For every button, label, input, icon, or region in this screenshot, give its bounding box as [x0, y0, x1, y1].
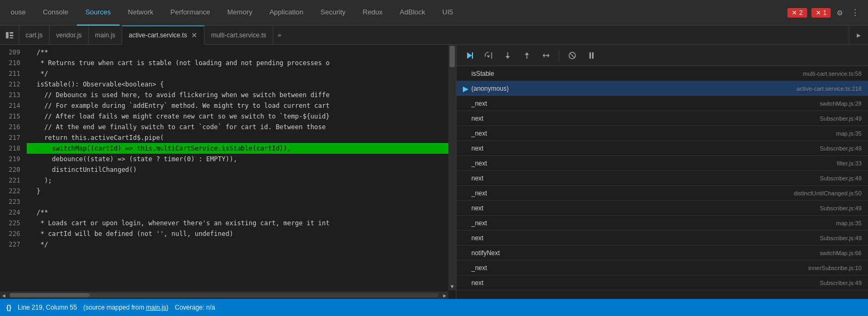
call-stack-function-name: next — [471, 279, 820, 287]
file-tab-vendor-js[interactable]: vendor.js — [50, 26, 89, 45]
call-stack-item[interactable]: nextSubscriber.js:49 — [456, 171, 868, 186]
h-scroll-track[interactable] — [10, 293, 439, 297]
line-content: isStable(): Observable<boolean> { — [27, 79, 456, 90]
nav-tab-ouse[interactable]: ouse — [2, 0, 34, 26]
line-number: 215 — [0, 111, 27, 122]
line-number: 218 — [0, 143, 27, 154]
call-stack-item[interactable]: notifyNextswitchMap.js:66 — [456, 246, 868, 260]
call-stack-item[interactable]: nextSubscriber.js:49 — [456, 111, 868, 126]
code-lines: 209 /**210 * Returns true when cart is s… — [0, 45, 456, 252]
line-number: 227 — [0, 239, 27, 250]
call-stack-item[interactable]: nextSubscriber.js:49 — [456, 231, 868, 246]
line-number: 225 — [0, 218, 27, 228]
scroll-thumb[interactable] — [449, 46, 455, 67]
call-stack-location: switchMap.js:66 — [820, 250, 862, 256]
code-line: 216 // At the end we finally switch to c… — [0, 122, 456, 132]
line-number: 209 — [0, 47, 27, 58]
call-stack-location: Subscriber.js:49 — [820, 280, 862, 286]
warning-badge[interactable]: ✕ 1 — [811, 8, 831, 18]
svg-line-16 — [570, 53, 574, 58]
svg-marker-4 — [467, 52, 472, 59]
nav-tab-application[interactable]: Application — [261, 0, 312, 26]
line-content: // After load fails we might create new … — [27, 111, 456, 122]
nav-tab-memory[interactable]: Memory — [219, 0, 261, 26]
code-line: 215 // After load fails we might create … — [0, 111, 456, 122]
call-stack-function-name: _next — [471, 264, 808, 272]
call-stack-item[interactable]: _nextswitchMap.js:28 — [456, 96, 868, 111]
scroll-down-arrow-icon[interactable]: ▼ — [448, 282, 456, 290]
pause-on-exceptions-button[interactable] — [583, 47, 600, 64]
call-stack-panel[interactable]: isStablemulti-cart.service.ts:58▶(anonym… — [456, 66, 868, 299]
line-content: * cartId will be defined (not '', null, … — [27, 228, 456, 239]
line-number: 219 — [0, 154, 27, 164]
run-snippet-button[interactable]: ▶ — [849, 26, 868, 45]
file-tab-active-cart-service[interactable]: active-cart.service.ts ✕ — [122, 26, 204, 45]
nav-tab-network[interactable]: Network — [120, 0, 162, 26]
nav-tab-performance[interactable]: Performance — [162, 0, 218, 26]
call-stack-item[interactable]: _nextmap.js:35 — [456, 126, 868, 141]
call-stack-location: Subscriber.js:49 — [820, 115, 862, 122]
line-number: 224 — [0, 207, 27, 218]
call-stack-location: Subscriber.js:49 — [820, 175, 862, 181]
scroll-right-arrow-icon[interactable]: ▶ — [441, 293, 448, 298]
source-map-link[interactable]: main.js — [146, 304, 166, 311]
call-stack-function-name: next — [471, 115, 820, 122]
line-content: */ — [27, 239, 456, 250]
call-stack-item[interactable]: isStablemulti-cart.service.ts:58 — [456, 66, 868, 81]
line-number: 217 — [0, 132, 27, 143]
vertical-scrollbar[interactable]: ▼ — [448, 45, 456, 290]
tabs-overflow-button[interactable]: » — [273, 26, 286, 45]
settings-icon[interactable]: ⚙ — [835, 5, 845, 20]
code-editor[interactable]: 209 /**210 * Returns true when cart is s… — [0, 45, 456, 299]
call-stack-item[interactable]: nextSubscriber.js:49 — [456, 201, 868, 216]
call-stack-location: filter.js:33 — [837, 160, 862, 167]
more-options-icon[interactable]: ⋮ — [849, 5, 862, 20]
error-count: 2 — [799, 9, 803, 17]
line-content: // For example during `addEntry` method.… — [27, 100, 456, 111]
call-stack-item[interactable]: _nextdistinctUntilChanged.js:50 — [456, 186, 868, 201]
svg-rect-2 — [10, 35, 13, 36]
status-bar: {} Line 219, Column 55 (source mapped fr… — [0, 299, 868, 316]
deactivate-breakpoints-button[interactable] — [564, 47, 581, 64]
error-badge[interactable]: ✕ 2 — [787, 8, 807, 18]
resume-button[interactable] — [461, 47, 478, 64]
code-line: 220 distinctUntilChanged() — [0, 164, 456, 175]
call-stack-location: map.js:35 — [836, 220, 862, 226]
nav-tab-redux[interactable]: Redux — [354, 0, 391, 26]
code-line: 224 /** — [0, 207, 456, 218]
nav-tab-ui5[interactable]: UI5 — [434, 0, 462, 26]
nav-tab-security[interactable]: Security — [312, 0, 354, 26]
nav-tab-sources[interactable]: Sources — [77, 0, 120, 26]
step-out-button[interactable] — [518, 47, 535, 64]
call-stack-item[interactable]: nextSubscriber.js:49 — [456, 275, 868, 290]
step-back-button[interactable] — [538, 47, 555, 64]
line-number: 212 — [0, 79, 27, 90]
warning-count: 1 — [823, 9, 827, 17]
line-number: 222 — [0, 186, 27, 196]
sidebar-toggle-button[interactable] — [0, 26, 19, 45]
file-tab-multi-cart-service[interactable]: multi-cart.service.ts — [204, 26, 273, 45]
call-stack-function-name: _next — [471, 189, 794, 197]
scroll-left-arrow-icon[interactable]: ◀ — [0, 293, 7, 298]
file-tab-main-js[interactable]: main.js — [89, 26, 122, 45]
h-scroll-thumb[interactable] — [10, 293, 90, 297]
nav-tab-console[interactable]: Console — [34, 0, 77, 26]
top-nav: ouse Console Sources Network Performance… — [0, 0, 868, 26]
main-area: 209 /**210 * Returns true when cart is s… — [0, 45, 868, 299]
close-tab-icon[interactable]: ✕ — [191, 31, 198, 40]
step-over-button[interactable] — [480, 47, 497, 64]
call-stack-item[interactable]: _nextinnerSubscribe.js:10 — [456, 260, 868, 275]
call-stack-location: multi-cart.service.ts:58 — [803, 70, 862, 77]
call-stack-location: distinctUntilChanged.js:50 — [794, 190, 862, 196]
call-stack-item[interactable]: _nextmap.js:35 — [456, 216, 868, 231]
call-stack-item[interactable]: _nextfilter.js:33 — [456, 156, 868, 171]
horizontal-scrollbar[interactable]: ◀ ▶ — [0, 291, 448, 299]
file-tab-cart-js[interactable]: cart.js — [19, 26, 50, 45]
source-map-text: (source mapped from main.js) — [83, 304, 168, 311]
call-stack-item[interactable]: ▶(anonymous)active-cart.service.ts:218 — [456, 81, 868, 96]
call-stack-item[interactable]: nextSubscriber.js:49 — [456, 141, 868, 156]
code-line: 213 // Debounce is used here, to avoid f… — [0, 90, 456, 100]
call-stack-function-name: isStable — [471, 70, 803, 77]
nav-tab-adblock[interactable]: AdBlock — [391, 0, 434, 26]
step-into-button[interactable] — [499, 47, 516, 64]
